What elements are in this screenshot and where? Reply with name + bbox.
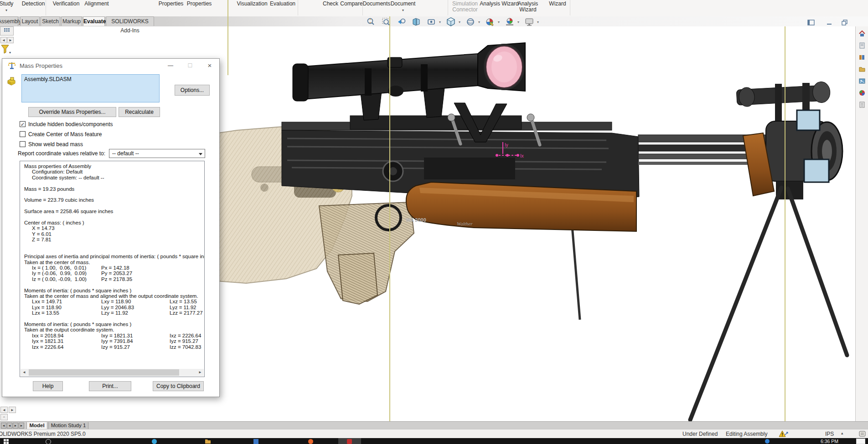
- units-selector[interactable]: IPS: [825, 431, 834, 437]
- tab-layout[interactable]: Layout: [20, 16, 40, 26]
- tab-motion-study-1[interactable]: Motion Study 1: [48, 422, 88, 429]
- checkbox-unchecked-icon[interactable]: [20, 131, 26, 137]
- scroll-right-icon[interactable]: ►: [196, 369, 204, 376]
- ribbon-item-check[interactable]: Check: [323, 1, 338, 7]
- ribbon-item-alignment[interactable]: Alignment: [84, 1, 108, 7]
- dialog-minimize-button[interactable]: —: [165, 61, 176, 70]
- chevron-down-icon[interactable]: ▾: [498, 20, 500, 24]
- ribbon-item-mass-properties[interactable]: Properties: [159, 1, 184, 7]
- zoom-to-area-icon[interactable]: [381, 17, 391, 27]
- dialog-close-button[interactable]: ×: [204, 61, 216, 70]
- override-mass-properties-button[interactable]: Override Mass Properties...: [28, 107, 116, 117]
- recalculate-button[interactable]: Recalculate: [119, 107, 160, 117]
- ribbon-item-documents[interactable]: Documents: [363, 1, 391, 7]
- display-style-icon[interactable]: [465, 17, 475, 27]
- tab-evaluate[interactable]: Evaluate: [83, 16, 105, 26]
- minimize-window-icon[interactable]: [824, 19, 834, 26]
- tag-icon[interactable]: [859, 430, 867, 437]
- pane-arrow-right-bottom[interactable]: ►: [9, 407, 16, 413]
- results-line: Moments of inertia: ( pounds * square in…: [24, 322, 205, 327]
- edit-appearance-icon[interactable]: [485, 17, 495, 27]
- ribbon-item-study[interactable]: Study: [0, 1, 13, 7]
- results-horizontal-scrollbar[interactable]: ◄ ►: [21, 369, 204, 376]
- next-tab-icon[interactable]: ►: [13, 423, 18, 429]
- file-explorer-icon[interactable]: [858, 66, 866, 73]
- tray-icon[interactable]: [765, 439, 770, 444]
- chevron-down-icon[interactable]: ▾: [439, 20, 441, 24]
- previous-view-icon[interactable]: [396, 17, 406, 27]
- scroll-left-icon[interactable]: ◄: [21, 369, 28, 376]
- chevron-down-icon[interactable]: ▾: [478, 20, 480, 24]
- help-button[interactable]: Help: [33, 381, 63, 391]
- coordinate-system-dropdown[interactable]: -- default --: [109, 149, 205, 158]
- pane-toggle-icon[interactable]: [806, 19, 816, 26]
- print-button[interactable]: Print...: [89, 381, 131, 391]
- search-icon[interactable]: [46, 439, 51, 444]
- pane-arrow-left-bottom[interactable]: ◄: [0, 407, 8, 413]
- firefox-icon[interactable]: [308, 439, 313, 444]
- feature-tree-stub[interactable]: [0, 26, 14, 36]
- selection-field[interactable]: Assembly.SLDASM: [21, 74, 160, 102]
- ribbon-item-detection[interactable]: Detection: [22, 1, 45, 7]
- chevron-down-icon[interactable]: ▾: [517, 20, 519, 24]
- view-palette-icon[interactable]: [858, 77, 866, 85]
- scrollbar-thumb[interactable]: [29, 369, 179, 376]
- ribbon-item-wizard[interactable]: Wizard: [549, 1, 566, 7]
- first-tab-icon[interactable]: ◄: [1, 423, 6, 429]
- ribbon-item-section-properties[interactable]: Properties: [187, 1, 212, 7]
- restore-window-icon[interactable]: [840, 19, 850, 26]
- ribbon-item-analysis-wizard[interactable]: Analysis Wizard: [480, 1, 518, 7]
- ribbon-separator: [298, 0, 298, 15]
- notes-icon[interactable]: [856, 439, 865, 444]
- dialog-maximize-button[interactable]: ☐: [184, 61, 196, 70]
- units-caret-icon[interactable]: ▴: [841, 431, 843, 435]
- ribbon-item-visualization[interactable]: Visualization: [237, 1, 267, 7]
- custom-properties-icon[interactable]: [858, 101, 866, 108]
- ribbon-item-compare[interactable]: Compare: [340, 1, 362, 7]
- tab-assembly[interactable]: Assembly: [0, 16, 18, 26]
- chevron-down-icon[interactable]: ▾: [459, 20, 460, 24]
- filter-button[interactable]: ▾: [1, 45, 14, 56]
- ribbon-item-verification[interactable]: Verification: [53, 1, 80, 7]
- zoom-to-fit-icon[interactable]: [366, 17, 376, 27]
- solidworks-resources-icon[interactable]: [858, 42, 866, 49]
- checkbox-checked-icon[interactable]: ✓: [20, 121, 26, 127]
- options-button[interactable]: Options...: [175, 85, 210, 96]
- results-line: Taken at the center of mass and aligned …: [24, 293, 205, 299]
- chevron-down-icon[interactable]: ▾: [5, 8, 7, 12]
- tab-markup[interactable]: Markup: [61, 16, 82, 26]
- dialog-title-bar[interactable]: Mass Properties — ☐ ×: [2, 59, 219, 72]
- ribbon-item-evaluation[interactable]: Evaluation: [270, 1, 295, 7]
- rifle-model: WA 2000 Walther: [191, 43, 847, 420]
- hide-show-items-icon[interactable]: [426, 17, 436, 27]
- prev-tab-icon[interactable]: ◄: [7, 423, 12, 429]
- tab-model[interactable]: Model: [26, 422, 47, 429]
- home-icon[interactable]: [858, 30, 866, 37]
- apply-scene-icon[interactable]: [505, 17, 515, 27]
- taskbar-clock[interactable]: 6:36 PM: [821, 439, 838, 444]
- app-blue-icon[interactable]: [253, 439, 258, 444]
- chevron-down-icon[interactable]: ▾: [537, 20, 539, 24]
- solidworks-taskbar-highlight[interactable]: [338, 438, 361, 444]
- ribbon-item-analysis-wizard-2[interactable]: AnalysisWizard: [518, 1, 538, 13]
- appearances-icon[interactable]: [858, 89, 866, 97]
- tab-sketch[interactable]: Sketch: [41, 16, 60, 26]
- section-view-icon[interactable]: [411, 17, 421, 27]
- browser-edge-icon[interactable]: [152, 439, 157, 444]
- view-settings-icon[interactable]: [524, 17, 534, 27]
- tab-solidworks-add-ins[interactable]: SOLIDWORKS Add-Ins: [106, 16, 154, 26]
- dialog-title: Mass Properties: [20, 62, 62, 69]
- ribbon-item-document[interactable]: Document: [391, 1, 416, 7]
- rebuild-warning-icon[interactable]: [779, 430, 789, 438]
- copy-to-clipboard-button[interactable]: Copy to Clipboard: [153, 381, 204, 391]
- pane-chevron-up-bottom[interactable]: ^: [0, 414, 8, 420]
- file-explorer-taskbar-icon[interactable]: [205, 439, 211, 444]
- chevron-down-icon[interactable]: ▾: [402, 8, 404, 12]
- view-orientation-icon[interactable]: [446, 17, 456, 27]
- start-icon[interactable]: [4, 439, 9, 444]
- bipod-leg: [690, 188, 781, 420]
- checkbox-unchecked-icon[interactable]: [20, 141, 26, 147]
- design-library-icon[interactable]: [858, 54, 866, 61]
- inertia-row: Ixx = 2018.94Ixy = 1821.31Ixz = 2226.64: [24, 333, 205, 338]
- last-tab-icon[interactable]: ►: [19, 423, 24, 429]
